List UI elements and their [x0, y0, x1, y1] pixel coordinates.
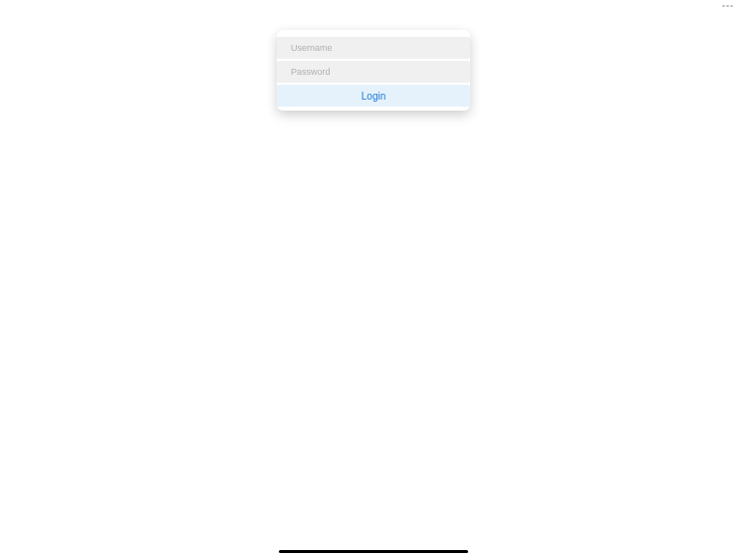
login-button[interactable]: Login [277, 85, 470, 107]
password-field-wrapper [277, 61, 470, 83]
username-field-wrapper [277, 37, 470, 59]
status-dot [722, 5, 725, 7]
username-input[interactable] [277, 37, 470, 59]
status-dot [730, 5, 733, 7]
status-bar-indicator [722, 4, 736, 7]
password-input[interactable] [277, 61, 470, 83]
login-form: Login [277, 30, 470, 111]
status-dot [726, 5, 729, 7]
home-indicator [279, 550, 468, 553]
